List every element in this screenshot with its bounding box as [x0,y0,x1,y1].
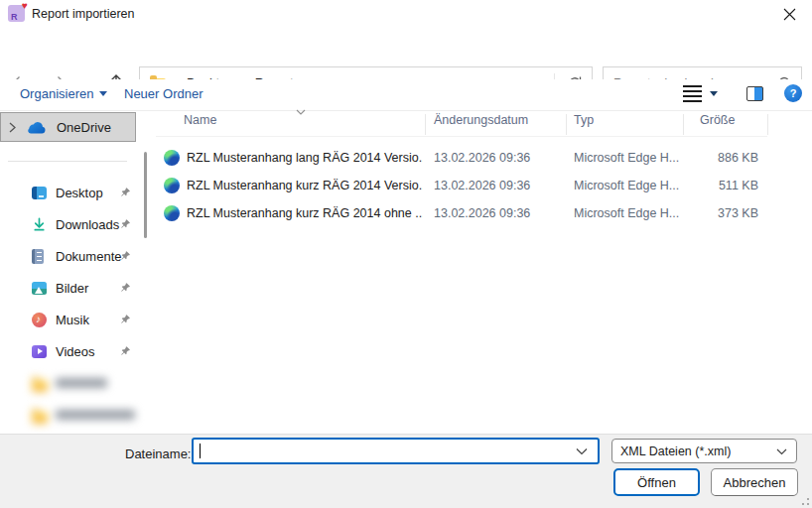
downloads-icon [32,217,47,232]
resize-grip[interactable] [799,495,809,505]
file-name: RZL Musteranhang kurz RÄG 2014 Versio... [187,179,423,192]
divider [156,136,767,137]
pin-icon [119,187,131,198]
new-folder-label: Neuer Ordner [124,86,203,101]
pin-icon [119,250,131,262]
filename-input[interactable] [200,441,567,461]
import-report-dialog: R ♥ Report importieren › Desktop › Repor… [0,0,812,508]
onedrive-icon [26,120,48,135]
column-divider[interactable] [683,114,684,135]
organize-label: Organisieren [20,86,93,101]
pin-icon [119,314,131,325]
file-size: 373 KB [683,206,758,220]
sidebar-item-label: OneDrive [57,120,111,135]
new-folder-button[interactable]: Neuer Ordner [124,86,203,101]
column-header-type[interactable]: Typ [574,113,594,127]
column-header-date[interactable]: Änderungsdatum [434,113,528,127]
file-row[interactable]: RZL Musteranhang kurz RÄG 2014 Versio...… [156,172,812,199]
file-row[interactable]: RZL Musteranhang kurz RÄG 2014 ohne ... … [156,199,812,227]
sidebar-scrollbar[interactable] [144,152,147,238]
edge-file-icon [164,178,180,193]
filename-field [192,438,600,464]
rzl-app-icon: R ♥ [8,5,25,22]
navigation-bar: › Desktop › Reports [0,28,812,79]
edge-file-icon [164,150,180,166]
preview-pane-button[interactable] [746,86,763,101]
folder-icon [32,380,48,392]
details-view-icon [683,85,702,102]
sidebar-item-desktop[interactable]: Desktop [0,177,139,208]
file-type: Microsoft Edge H... [574,151,683,165]
blurred-label [56,410,135,420]
dialog-footer: Dateiname: XML Dateien (*.xml) Öffnen Ab… [0,434,812,508]
column-divider[interactable] [767,114,768,135]
music-icon [32,313,47,327]
sidebar-item-label: Bilder [56,281,88,296]
column-header-name[interactable]: Name [184,113,216,127]
sidebar-item-blurred[interactable] [0,367,139,399]
heart-badge-icon: ♥ [22,0,28,11]
file-size: 886 KB [683,151,758,165]
sidebar-item-label: Musik [56,313,89,327]
pin-icon [119,282,131,294]
close-icon [783,8,796,21]
chevron-down-icon [99,91,107,96]
file-list: Name Änderungsdatum Typ Größe RZL Muster… [156,111,812,434]
desktop-icon [32,187,47,199]
file-date: 13.02.2026 09:36 [434,151,530,165]
sidebar-item-blurred[interactable] [0,399,139,431]
filename-label: Dateiname: [125,446,191,461]
filename-dropdown-icon[interactable] [576,447,588,455]
sidebar-item-label: Videos [56,344,95,359]
sidebar-item-label: Desktop [56,186,103,200]
folder-icon [32,412,48,424]
documents-icon [32,249,44,264]
file-row[interactable]: RZL Musteranhang lang RÄG 2014 Versio...… [156,144,812,172]
cancel-button[interactable]: Abbrechen [711,468,798,496]
file-name: RZL Musteranhang lang RÄG 2014 Versio... [187,151,423,165]
pin-icon [119,218,131,230]
blurred-label [56,378,107,388]
navigation-pane: OneDrive Desktop Downloads Dokumente Bil… [0,111,155,434]
filetype-select[interactable]: XML Dateien (*.xml) [611,439,797,463]
pin-icon [119,345,131,357]
column-divider[interactable] [566,114,567,135]
pictures-icon [32,282,47,295]
videos-icon [32,345,47,358]
sidebar-item-label: Downloads [56,217,119,232]
sidebar-item-documents[interactable]: Dokumente [0,240,139,272]
app-icon-letter: R [11,12,18,22]
divider [8,161,127,162]
sidebar-item-music[interactable]: Musik [0,304,139,335]
sidebar-item-downloads[interactable]: Downloads [0,208,139,240]
chevron-down-icon [776,448,787,455]
sidebar-item-videos[interactable]: Videos [0,335,139,367]
window-title: Report importieren [32,7,135,21]
file-date: 13.02.2026 09:36 [434,206,530,220]
file-type: Microsoft Edge H... [574,179,683,192]
sidebar-item-onedrive[interactable]: OneDrive [0,112,136,142]
titlebar: R ♥ Report importieren [0,0,812,28]
open-label: Öffnen [637,475,676,490]
edge-file-icon [164,205,180,221]
file-type: Microsoft Edge H... [574,206,683,220]
close-button[interactable] [774,2,804,26]
column-header-size[interactable]: Größe [700,113,735,127]
text-caret [200,444,201,458]
expand-chevron-icon[interactable] [9,122,16,133]
help-button[interactable]: ? [784,84,802,102]
filetype-value: XML Dateien (*.xml) [620,444,731,458]
column-divider[interactable] [425,114,426,135]
chevron-down-icon [710,91,718,96]
sidebar-item-pictures[interactable]: Bilder [0,272,139,304]
cancel-label: Abbrechen [724,475,786,490]
file-date: 13.02.2026 09:36 [434,179,530,192]
file-size: 511 KB [683,179,758,192]
sort-descending-icon [296,109,306,115]
open-button[interactable]: Öffnen [613,468,700,496]
file-name: RZL Musteranhang kurz RÄG 2014 ohne ... [187,206,423,220]
command-toolbar: Organisieren Neuer Ordner ? [0,79,812,111]
change-view-button[interactable] [683,85,718,102]
organize-button[interactable]: Organisieren [20,86,107,101]
sidebar-item-label: Dokumente [56,249,121,264]
